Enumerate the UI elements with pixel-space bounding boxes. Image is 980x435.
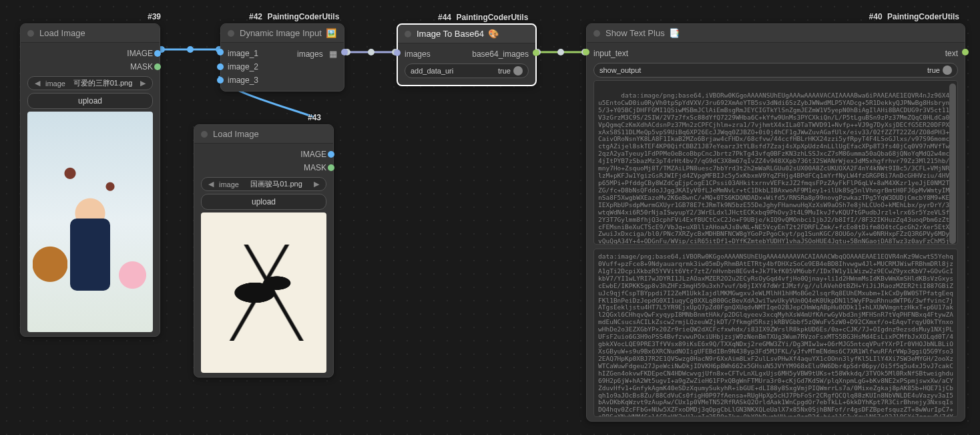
port-dot-icon[interactable]	[154, 63, 161, 70]
collapse-dot-icon[interactable]	[593, 30, 600, 37]
node-title: Dynamic Image Input	[240, 28, 322, 38]
port-dot-icon[interactable]	[328, 151, 334, 158]
port-dot-icon[interactable]	[533, 49, 539, 56]
port-text-out[interactable]: text	[945, 49, 958, 58]
node-show-text-plus[interactable]: #40 PaintingCoderUtils Show Text Plus 📑 …	[586, 23, 965, 422]
port-images-out[interactable]: images	[297, 49, 323, 59]
port-dot-icon[interactable]	[154, 50, 161, 57]
toggle-pill-icon[interactable]	[943, 65, 952, 75]
node-tag: #39	[148, 12, 161, 21]
scrollbar[interactable]	[949, 84, 956, 244]
selector-label: image	[45, 80, 65, 88]
upload-button[interactable]: upload	[27, 93, 153, 109]
port-image-2-in[interactable]: image_2	[228, 62, 258, 71]
port-image-1-in[interactable]: image_1	[228, 49, 258, 58]
prev-image-icon[interactable]: ◀	[32, 79, 43, 88]
toggle-value: true	[927, 66, 940, 74]
toggle-show-output[interactable]: show_output true	[593, 63, 958, 78]
port-mask-out[interactable]: MASK	[27, 60, 153, 74]
selector-filename: 国画骏马01.png	[242, 179, 311, 189]
node-header[interactable]: Load Image	[194, 125, 333, 144]
node-header[interactable]: Load Image	[21, 24, 160, 43]
toggle-label: add_data_uri	[411, 67, 453, 75]
image-selector[interactable]: ◀ image 可爱的三胖01.png ▶	[27, 76, 153, 90]
prev-image-icon[interactable]: ◀	[206, 180, 216, 188]
svg-point-1	[187, 46, 194, 53]
node-image-to-base64[interactable]: #44 PaintingCoderUtils Image To Base64 🎨…	[397, 23, 537, 86]
port-dot-icon[interactable]	[328, 164, 334, 171]
node-tag: #40 PaintingCoderUtils	[869, 12, 959, 21]
port-dot-icon[interactable]	[341, 49, 348, 55]
grid-icon: ▦	[329, 49, 337, 59]
node-load-image-2[interactable]: #43 Load Image IMAGE MASK ◀ image 国画骏马01…	[194, 124, 334, 378]
text-output-2[interactable]: data:image/png;base64,iVBORw0KGgoAAAANSU…	[593, 249, 958, 417]
node-header[interactable]: Dynamic Image Input 🖼️	[221, 24, 344, 43]
image-selector[interactable]: ◀ image 国画骏马01.png ▶	[201, 177, 326, 191]
collapse-dot-icon[interactable]	[201, 131, 208, 138]
toggle-label: show_output	[599, 66, 641, 74]
port-dot-icon[interactable]	[217, 63, 224, 70]
image-preview[interactable]	[27, 112, 153, 332]
node-title: Load Image	[39, 28, 85, 38]
image-preview[interactable]	[201, 212, 326, 373]
selector-filename: 可爱的三胖01.png	[68, 78, 138, 88]
node-title: Load Image	[213, 129, 259, 139]
node-title: Image To Base64	[417, 29, 484, 39]
port-image-3-in[interactable]: image_3	[228, 76, 258, 85]
node-tag: #44 PaintingCoderUtils	[438, 13, 528, 22]
toggle-value: true	[498, 67, 511, 75]
port-image-out[interactable]: IMAGE	[201, 148, 326, 161]
port-dot-icon[interactable]	[217, 77, 224, 84]
port-dot-icon[interactable]	[962, 49, 969, 55]
port-mask-out[interactable]: MASK	[201, 161, 326, 174]
selector-label: image	[219, 180, 239, 188]
palette-icon: 🖼️	[326, 28, 336, 38]
port-image-out[interactable]: IMAGE	[27, 47, 153, 60]
collapse-dot-icon[interactable]	[405, 31, 411, 37]
node-header[interactable]: Image To Base64 🎨	[398, 25, 535, 43]
collapse-dot-icon[interactable]	[27, 30, 34, 37]
node-header[interactable]: Show Text Plus 📑	[587, 24, 965, 43]
palette-icon: 🎨	[488, 29, 499, 39]
port-base64-out[interactable]: base64_images	[472, 49, 529, 59]
port-dot-icon[interactable]	[217, 49, 224, 55]
node-tag: #43	[308, 113, 321, 122]
port-input-text[interactable]: input_text	[593, 49, 628, 58]
svg-point-4	[368, 49, 375, 55]
toggle-pill-icon[interactable]	[513, 66, 523, 76]
upload-button[interactable]: upload	[201, 194, 326, 210]
svg-point-7	[557, 49, 564, 55]
node-title: Show Text Plus	[605, 28, 665, 38]
next-image-icon[interactable]: ▶	[311, 180, 322, 188]
node-load-image-1[interactable]: #39 Load Image IMAGE MASK ◀ image 可爱的三胖0…	[20, 23, 160, 337]
node-dynamic-image-input[interactable]: #42 PaintingCoderUtils Dynamic Image Inp…	[220, 23, 344, 92]
port-dot-icon[interactable]	[394, 49, 401, 56]
node-tag: #42 PaintingCoderUtils	[249, 12, 339, 21]
document-icon: 📑	[669, 28, 680, 38]
port-images-in[interactable]: images	[405, 49, 431, 59]
collapse-dot-icon[interactable]	[228, 30, 234, 37]
text-output-1[interactable]: data:image/png;base64,iVBORw0KGgoAAAANSU…	[593, 80, 958, 245]
toggle-add-data-uri[interactable]: add_data_uri true	[405, 63, 529, 78]
next-image-icon[interactable]: ▶	[138, 79, 148, 88]
port-dot-icon[interactable]	[583, 49, 589, 55]
